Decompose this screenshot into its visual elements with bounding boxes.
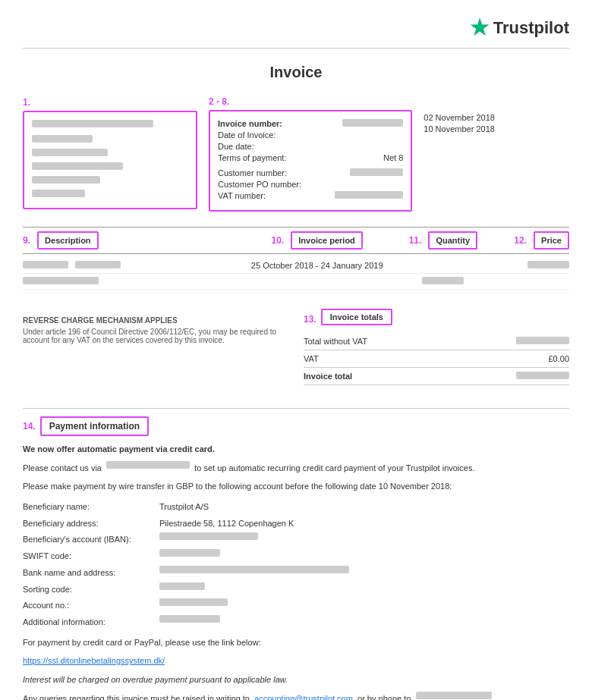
- row2-price: [485, 277, 569, 286]
- dates-section: 02 November 2018 10 November 2018: [424, 96, 569, 136]
- account-row: Account no.:: [23, 598, 569, 613]
- date-invoice-value: 02 November 2018: [424, 113, 569, 122]
- credit-card-link-line: https://ssl.ditonlinebetalingssystem.dk/: [23, 654, 569, 668]
- additional-value: [159, 615, 569, 629]
- beneficiary-name-label: Beneficiary name:: [23, 500, 159, 514]
- row1-period: 25 October 2018 - 24 January 2019: [233, 261, 401, 270]
- vat-label: VAT: [304, 354, 319, 363]
- queries-text-after: or by phone to: [357, 694, 411, 700]
- totals-box-label: Invoice totals: [321, 309, 392, 325]
- row1-price: [485, 261, 569, 270]
- customer-number-label: Customer number:: [218, 168, 324, 177]
- col-price-header: 12. Price: [485, 231, 569, 250]
- totals-label-row: 13. Invoice totals: [304, 309, 569, 329]
- beneficiary-name-row: Beneficiary name: Trustpilot A/S: [23, 500, 569, 514]
- invoice-number-row: Invoice number:: [218, 119, 403, 128]
- interest-line: Interest will be charged on overdue paym…: [23, 673, 569, 687]
- invoice-number-label: Invoice number:: [218, 119, 324, 128]
- quantity-header-box: Quantity: [428, 231, 477, 250]
- iban-row: Beneficiary's account (IBAN):: [23, 532, 569, 547]
- wire-transfer-line: Please make payment by wire transfer in …: [23, 479, 569, 494]
- col-description-header: 9. Description: [23, 231, 233, 250]
- col-quantity-header: 11. Quantity: [401, 231, 485, 250]
- table-row-1: 25 October 2018 - 24 January 2019: [23, 258, 569, 274]
- address-line4-blurred: [32, 176, 100, 184]
- col-period-header: 10. Invoice period: [233, 231, 401, 250]
- beneficiary-address-label: Beneficiary address:: [23, 516, 159, 531]
- beneficiary-name-value: Trustpilot A/S: [159, 500, 569, 514]
- vat-number-row: VAT number:: [218, 191, 403, 200]
- bank-value: [159, 566, 569, 580]
- address-line2-blurred: [32, 149, 108, 156]
- credit-card-text: For payment by credit card or PayPal, pl…: [23, 638, 261, 647]
- sorting-label: Sorting code:: [23, 582, 159, 597]
- customer-po-row: Customer PO number:: [218, 180, 403, 189]
- contact-line: Please contact us via to set up automati…: [23, 461, 569, 476]
- swift-label: SWIFT code:: [23, 549, 159, 563]
- annotation-2-8: 2 - 8.: [209, 96, 229, 107]
- beneficiary-address-value: Pilestraede 58, 1112 Copenhagen K: [159, 516, 569, 531]
- row2-description: [23, 277, 233, 286]
- address-country-blurred: [32, 190, 85, 197]
- credit-card-line: For payment by credit card or PayPal, pl…: [23, 636, 569, 650]
- period-header-box: Invoice period: [291, 231, 363, 250]
- iban-label: Beneficiary's account (IBAN):: [23, 532, 159, 547]
- auto-payment-line: We now offer automatic payment via credi…: [23, 442, 569, 457]
- credit-card-link[interactable]: https://ssl.ditonlinebetalingssystem.dk/: [23, 656, 165, 665]
- total-without-vat-value: [516, 337, 569, 344]
- customer-number-value: [350, 168, 403, 176]
- date-of-invoice-label: Date of Invoice:: [218, 130, 324, 140]
- table-row-2: [23, 274, 569, 290]
- row1-description: [23, 261, 233, 270]
- payment-header: 14. Payment information: [23, 416, 569, 436]
- queries-email-link[interactable]: accounting@trustpilot.com: [254, 694, 353, 700]
- invoice-number-value: [342, 119, 403, 127]
- vat-row: VAT £0.00: [304, 350, 569, 368]
- bank-label: Bank name and address:: [23, 566, 159, 580]
- additional-label: Additional information:: [23, 615, 159, 629]
- sorting-row: Sorting code:: [23, 582, 569, 597]
- queries-text-before: Any queries regarding this invoice must …: [23, 694, 250, 700]
- address-line3-blurred: [32, 162, 123, 170]
- address-section: 1.: [23, 96, 197, 209]
- iban-value: [159, 532, 569, 547]
- totals-section: 13. Invoice totals Total without VAT VAT…: [304, 309, 569, 385]
- reverse-charge-text: Under article 196 of Council Directive 2…: [23, 328, 288, 344]
- address-name-blurred: [32, 135, 93, 143]
- beneficiary-address-row: Beneficiary address: Pilestraede 58, 111…: [23, 516, 569, 531]
- invoice-total-row: Invoice total: [304, 368, 569, 385]
- address-annotation: 1.: [23, 96, 197, 108]
- vat-number-label: VAT number:: [218, 191, 324, 200]
- interest-text: Interest will be charged on overdue paym…: [23, 675, 288, 684]
- due-date-row: Due date:: [218, 142, 403, 151]
- invoice-total-label: Invoice total: [304, 372, 352, 381]
- header: ★ Trustpilot: [23, 15, 569, 49]
- row1-quantity: [401, 261, 485, 270]
- total-without-vat-label: Total without VAT: [304, 337, 367, 346]
- address-box: [23, 111, 197, 209]
- bank-row: Bank name and address:: [23, 566, 569, 580]
- row2-quantity: [401, 277, 485, 286]
- row2-period: [233, 277, 401, 286]
- terms-label: Terms of payment:: [218, 153, 324, 162]
- invoice-total-value: [516, 372, 569, 379]
- payment-body: We now offer automatic payment via credi…: [23, 442, 569, 700]
- top-section: 1.: [23, 96, 569, 212]
- payment-section: 14. Payment information We now offer aut…: [23, 408, 569, 700]
- trustpilot-logo: ★ Trustpilot: [470, 15, 569, 40]
- payment-label: Payment information: [40, 416, 149, 436]
- invoice-table: 9. Description 10. Invoice period 11. Qu…: [23, 227, 569, 290]
- total-without-vat-row: Total without VAT: [304, 333, 569, 350]
- customer-number-row: Customer number:: [218, 168, 403, 177]
- main-content: Invoice 1.: [23, 64, 569, 700]
- account-value: [159, 598, 569, 613]
- wire-transfer-text: Please make payment by wire transfer in …: [23, 482, 452, 491]
- page-container: ★ Trustpilot Invoice 1.: [23, 15, 569, 700]
- contact-text-after: to set up automatic recurring credit car…: [194, 463, 474, 472]
- customer-po-label: Customer PO number:: [218, 180, 324, 189]
- vat-value: £0.00: [548, 354, 569, 363]
- swift-value: [159, 549, 569, 563]
- trustpilot-logo-text: Trustpilot: [493, 18, 569, 38]
- reverse-charge-title: REVERSE CHARGE MECHANISM APPLIES: [23, 316, 288, 325]
- invoice-details-box: Invoice number: Date of Invoice: Due dat…: [209, 110, 412, 212]
